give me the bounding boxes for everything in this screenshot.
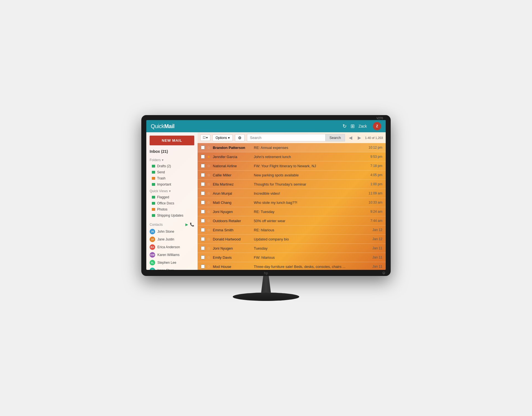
grid-icon[interactable]: ⊞ xyxy=(351,123,355,129)
email-row[interactable]: ☆ Outdoors Retailer 50% off winter wear … xyxy=(198,216,386,225)
email-time: 1:00 pm xyxy=(364,182,382,186)
sender-name: Outdoors Retailer xyxy=(213,219,252,223)
email-checkbox[interactable] xyxy=(201,182,205,186)
email-row[interactable]: ☆ Emily Davis FW: hilarious Jan 11 xyxy=(198,253,386,262)
email-checkbox[interactable] xyxy=(201,164,205,168)
star-icon[interactable]: ☆ xyxy=(207,173,211,177)
star-icon[interactable]: ☆ xyxy=(207,228,211,232)
email-checkbox[interactable] xyxy=(201,246,205,250)
sender-name: Jennifer Garcia xyxy=(213,155,252,159)
email-checkbox[interactable] xyxy=(201,201,205,204)
email-row[interactable]: ☆ National Airline FW: Your Flight Itine… xyxy=(198,161,386,171)
folders-header[interactable]: Folders ▾ xyxy=(146,156,198,163)
star-icon[interactable]: ☆ xyxy=(207,182,211,186)
sidebar-item-important[interactable]: Important xyxy=(146,181,198,187)
email-row[interactable]: ☆ Emma Smith RE: hilarious Jan 12 xyxy=(198,225,386,235)
sidebar-item-send[interactable]: Send xyxy=(146,169,198,175)
email-checkbox[interactable] xyxy=(201,237,205,241)
email-subject: Thoughts for Thursday's seminar xyxy=(254,182,362,186)
contact-avatar: JS xyxy=(150,229,155,234)
select-checkbox-button[interactable]: ☐ ▾ xyxy=(200,135,210,141)
sidebar-item-shipping-updates[interactable]: Shipping Updates xyxy=(146,212,198,219)
email-checkbox[interactable] xyxy=(201,146,205,149)
checkbox-icon: ☐ xyxy=(203,136,206,139)
email-checkbox[interactable] xyxy=(201,219,205,223)
sidebar-item-photos[interactable]: Photos xyxy=(146,206,198,212)
email-subject: Tuesday xyxy=(254,246,362,250)
email-row[interactable]: ☆ Brandon Patterson RE: Annual expenses … xyxy=(198,143,386,152)
search-button[interactable]: Search xyxy=(325,134,345,141)
sender-name: Ella Martinez xyxy=(213,182,252,186)
email-checkbox[interactable] xyxy=(201,191,205,195)
email-row[interactable]: ☆ Matt Chang Who stole my lunch bag??! 1… xyxy=(198,198,386,207)
sidebar-item-drafts-(2)[interactable]: Drafts (2) xyxy=(146,163,198,169)
sidebar-item-office-docs[interactable]: Office Docs xyxy=(146,200,198,206)
hp-logo: hp xyxy=(264,271,268,275)
contact-item-karen-williams[interactable]: KWKaren Williams xyxy=(146,251,198,259)
power-button[interactable]: ⏻ xyxy=(382,272,385,274)
avatar[interactable]: Z xyxy=(373,122,381,130)
star-icon[interactable]: ☆ xyxy=(207,191,211,196)
email-time: 4:05 pm xyxy=(364,173,382,177)
checkbox-dropdown-arrow: ▾ xyxy=(206,136,208,139)
email-row[interactable]: ☆ Donald Hartwood Updated company bio Ja… xyxy=(198,235,386,244)
email-time: 10:12 pm xyxy=(364,146,382,149)
email-time: 10:33 am xyxy=(364,201,382,204)
star-icon[interactable]: ★ xyxy=(207,154,211,159)
phone-icon[interactable]: 📞 xyxy=(190,222,194,227)
monitor-stand xyxy=(233,276,299,301)
inbox-title: Inbox (21) xyxy=(146,149,198,156)
sidebar-item-flagged[interactable]: Flagged xyxy=(146,194,198,200)
email-row[interactable]: ☆ Arun Munjal Incredible video! 11:09 am xyxy=(198,189,386,198)
prev-page-arrow[interactable]: ◀ xyxy=(347,134,354,141)
contact-item-erica-anderson[interactable]: EAErica Anderson xyxy=(146,243,198,251)
quick-views-header[interactable]: Quick Views ▾ xyxy=(146,187,198,194)
contact-item-jane-justin[interactable]: JJJane Justin xyxy=(146,235,198,243)
email-time: 7:44 am xyxy=(364,219,382,223)
video-call-icon[interactable]: ▶ xyxy=(185,222,188,227)
star-icon[interactable]: ☆ xyxy=(207,237,211,241)
options-label: Options xyxy=(216,136,227,140)
email-checkbox[interactable] xyxy=(201,210,205,214)
email-row[interactable]: ☆ Joni Nyugen RE: Tuesday 9:24 am xyxy=(198,207,386,216)
contact-item-stephen-lee[interactable]: SLStephen Lee xyxy=(146,259,198,267)
search-area: Search xyxy=(247,134,345,141)
contact-avatar: KW xyxy=(150,252,155,258)
star-icon[interactable]: ☆ xyxy=(207,246,211,250)
email-checkbox[interactable] xyxy=(201,228,205,232)
star-icon[interactable]: ☆ xyxy=(207,164,211,168)
gear-button[interactable]: ⚙ xyxy=(235,134,245,141)
email-row[interactable]: ☆ Joni Nyugen Tuesday Jan 11 xyxy=(198,244,386,253)
refresh-icon[interactable]: ↻ xyxy=(342,123,347,129)
right-panel: ☐ ▾ Options ▾ ⚙ Search xyxy=(198,132,386,270)
star-icon[interactable]: ☆ xyxy=(207,209,211,214)
email-row[interactable]: ☆ Mod House Three-day furniture sale! Be… xyxy=(198,262,386,270)
email-row[interactable]: ☆ Callie Miller New parking spots availa… xyxy=(198,171,386,180)
search-input[interactable] xyxy=(247,134,325,141)
email-checkbox[interactable] xyxy=(201,255,205,259)
contact-item-irene-chen[interactable]: ICIrene Chen xyxy=(146,267,198,270)
email-row[interactable]: ☆ Ella Martinez Thoughts for Thursday's … xyxy=(198,180,386,189)
star-icon[interactable]: ☆ xyxy=(207,255,211,260)
new-mail-button[interactable]: NEW MAIL xyxy=(150,136,194,145)
contact-item-john-stone[interactable]: JSJohn Stone xyxy=(146,228,198,235)
star-icon[interactable]: ☆ xyxy=(207,145,211,150)
app-header: QuickMail ↻ ⊞ Zack Z xyxy=(146,120,386,132)
star-icon[interactable]: ☆ xyxy=(207,200,211,205)
logo-mail: Mail xyxy=(164,123,175,129)
next-page-arrow[interactable]: ▶ xyxy=(356,134,363,141)
contact-avatar: JJ xyxy=(150,237,155,242)
sidebar-item-trash[interactable]: Trash xyxy=(146,175,198,181)
email-row[interactable]: ★ Jennifer Garcia John's retirement lunc… xyxy=(198,152,386,161)
star-icon[interactable]: ☆ xyxy=(207,264,211,269)
email-checkbox[interactable] xyxy=(201,265,205,268)
star-icon[interactable]: ☆ xyxy=(207,219,211,223)
sender-name: Callie Miller xyxy=(213,173,252,177)
options-button[interactable]: Options ▾ xyxy=(213,135,233,141)
folders-chevron: ▾ xyxy=(162,158,163,162)
email-subject: Incredible video! xyxy=(254,191,362,196)
email-checkbox[interactable] xyxy=(201,155,205,159)
contacts-label: Contacts xyxy=(150,223,163,227)
quick-views-chevron: ▾ xyxy=(169,189,171,193)
email-checkbox[interactable] xyxy=(201,173,205,177)
